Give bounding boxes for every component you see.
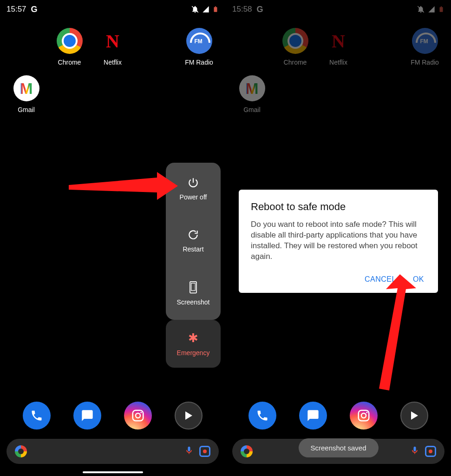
chrome-icon [282, 28, 308, 54]
lens-icon[interactable] [425, 446, 436, 457]
chrome-icon [57, 28, 83, 54]
app-fmradio[interactable]: FM Radio [185, 28, 213, 66]
safe-mode-dialog: Reboot to safe mode Do you want to reboo… [239, 190, 438, 293]
app-label: Chrome [58, 59, 81, 66]
power-off-button[interactable]: Power off [166, 163, 221, 215]
svg-point-6 [136, 413, 140, 418]
gmail-icon: M [13, 75, 39, 101]
svg-rect-4 [191, 283, 196, 291]
app-chrome[interactable]: Chrome [57, 28, 83, 66]
home-app-grid: Chrome N Netflix FM Radio M Gmail [226, 19, 451, 113]
google-g-icon [15, 445, 27, 457]
battery-icon [212, 5, 219, 13]
app-gmail[interactable]: M Gmail [239, 75, 265, 113]
svg-point-14 [366, 412, 368, 413]
status-icons [417, 5, 444, 13]
app-chrome[interactable]: Chrome [282, 28, 308, 66]
app-label: Netflix [104, 59, 122, 66]
netflix-icon: N [326, 28, 352, 54]
app-label: FM Radio [411, 59, 439, 66]
google-indicator: G [257, 5, 263, 14]
toast-screenshot-saved: Screenshot saved [298, 438, 378, 457]
netflix-icon: N [100, 28, 126, 54]
dock [0, 402, 225, 430]
status-icons [191, 5, 219, 13]
dock [226, 402, 451, 430]
google-indicator: G [31, 5, 38, 14]
dock-instagram[interactable] [124, 402, 152, 430]
app-label: Chrome [284, 59, 307, 66]
app-netflix[interactable]: N Netflix [326, 28, 352, 66]
google-g-icon [241, 445, 253, 457]
svg-rect-2 [215, 7, 216, 7]
app-label: FM Radio [185, 59, 213, 66]
dock-instagram[interactable] [350, 402, 378, 430]
phone-screen-left: 15:57 G Chrome N Netflix FM Radio M Gmai… [0, 0, 225, 476]
restart-button[interactable]: Restart [166, 215, 221, 267]
cancel-button[interactable]: CANCEL [363, 272, 398, 286]
screenshot-button[interactable]: Screenshot [166, 267, 221, 320]
fmradio-icon [412, 28, 438, 54]
dialog-body: Do you want to reboot into safe mode? Th… [251, 219, 426, 262]
fmradio-icon [186, 28, 212, 54]
dnd-off-icon [191, 5, 199, 13]
svg-rect-1 [214, 7, 217, 12]
emergency-button[interactable]: ✱ Emergency [166, 320, 221, 368]
toast-label: Screenshot saved [310, 444, 366, 452]
mic-icon[interactable] [184, 445, 194, 458]
app-gmail[interactable]: M Gmail [13, 75, 39, 113]
status-time: 15:57 [7, 5, 26, 14]
google-search-bar[interactable] [7, 439, 219, 464]
mic-icon[interactable] [410, 445, 419, 458]
screenshot-label: Screenshot [177, 298, 210, 306]
annotation-arrow-left [69, 172, 178, 205]
dialog-title: Reboot to safe mode [251, 201, 426, 213]
power-off-label: Power off [180, 193, 207, 201]
restart-label: Restart [183, 245, 203, 253]
svg-point-13 [361, 413, 366, 418]
power-icon [187, 177, 199, 189]
screenshot-icon [188, 281, 198, 294]
dnd-off-icon [417, 5, 425, 13]
restart-icon [187, 229, 199, 241]
signal-icon [428, 6, 435, 13]
dock-phone[interactable] [23, 402, 51, 430]
status-bar: 15:57 G [0, 0, 225, 19]
app-label: Gmail [243, 106, 261, 113]
gmail-icon: M [239, 75, 265, 101]
dock-playstore[interactable] [400, 402, 428, 430]
ok-button[interactable]: OK [411, 272, 426, 286]
dock-phone[interactable] [248, 402, 276, 430]
status-bar: 15:58 G [226, 0, 451, 19]
dock-messages[interactable] [299, 402, 327, 430]
svg-rect-10 [440, 7, 443, 12]
signal-icon [202, 6, 209, 13]
dialog-buttons: CANCEL OK [251, 272, 426, 286]
phone-screen-right: 15:58 G Chrome N Netflix FM Radio M Gmai… [225, 0, 451, 476]
app-label: Netflix [329, 59, 347, 66]
dock-playstore[interactable] [175, 402, 203, 430]
status-time: 15:58 [232, 5, 252, 14]
emergency-icon: ✱ [188, 331, 198, 345]
app-netflix[interactable]: N Netflix [100, 28, 126, 66]
svg-marker-8 [69, 172, 178, 200]
home-app-grid: Chrome N Netflix FM Radio M Gmail [0, 19, 225, 113]
lens-icon[interactable] [199, 446, 210, 457]
dock-messages[interactable] [73, 402, 101, 430]
app-label: Gmail [18, 106, 35, 113]
nav-handle[interactable] [83, 471, 143, 473]
svg-point-7 [141, 412, 142, 413]
power-menu: Power off Restart Screenshot [166, 163, 221, 320]
svg-rect-11 [441, 7, 442, 7]
battery-icon [438, 5, 444, 13]
app-fmradio[interactable]: FM Radio [411, 28, 439, 66]
emergency-label: Emergency [177, 349, 210, 357]
